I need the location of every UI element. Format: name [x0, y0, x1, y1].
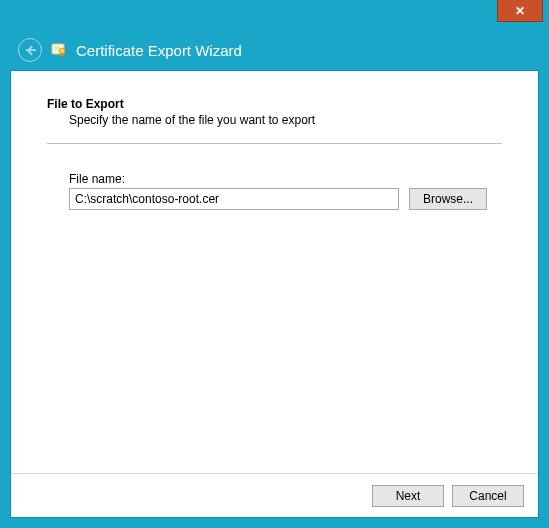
certificate-icon: [50, 41, 68, 59]
file-name-input[interactable]: [69, 188, 399, 210]
close-button[interactable]: ✕: [497, 0, 543, 22]
wizard-footer: Next Cancel: [11, 473, 538, 517]
divider: [47, 143, 502, 144]
back-button: [18, 38, 42, 62]
file-field-block: File name: Browse...: [69, 172, 502, 210]
browse-button[interactable]: Browse...: [409, 188, 487, 210]
titlebar: ✕: [0, 0, 549, 30]
wizard-title: Certificate Export Wizard: [76, 42, 242, 59]
wizard-header: Certificate Export Wizard: [0, 30, 549, 70]
content-inner: File to Export Specify the name of the f…: [11, 71, 538, 473]
next-button[interactable]: Next: [372, 485, 444, 507]
wizard-window: ✕ Certificate Export Wizard File to Expo…: [0, 0, 549, 528]
section-subheading: Specify the name of the file you want to…: [69, 113, 502, 127]
file-name-label: File name:: [69, 172, 502, 186]
content-area: File to Export Specify the name of the f…: [10, 70, 539, 518]
cancel-button[interactable]: Cancel: [452, 485, 524, 507]
section-heading: File to Export: [47, 97, 502, 111]
file-row: Browse...: [69, 188, 502, 210]
close-icon: ✕: [515, 4, 525, 18]
svg-point-1: [59, 48, 65, 54]
